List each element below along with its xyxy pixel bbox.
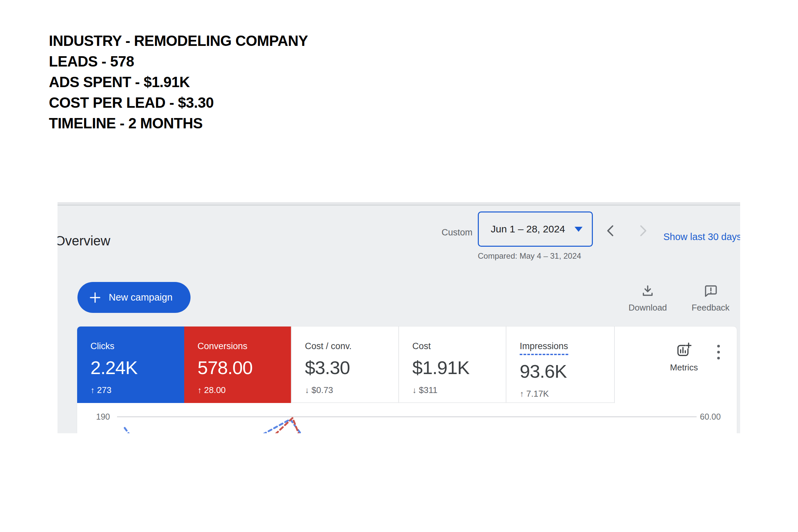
case-study-notes: INDUSTRY - REMODELING COMPANY LEADS - 57… [49,31,308,134]
plus-icon [89,291,101,304]
scorecard-delta: ↑ 28.00 [197,385,291,395]
note-industry: INDUSTRY - REMODELING COMPANY [49,31,308,51]
scorecard-label: Cost / conv. [305,341,398,352]
date-range-value: Jun 1 – 28, 2024 [491,224,565,235]
previous-period-button[interactable] [604,224,618,238]
page-title: Overview [58,233,110,248]
ads-overview-panel: Overview Custom Jun 1 – 28, 2024 Show la… [58,202,740,433]
add-metrics-chart-icon [676,342,691,357]
arrow-down-icon: ↓ [305,385,309,395]
download-label: Download [621,303,674,313]
kebab-menu-icon [717,345,720,347]
scorecard-label: Conversions [197,341,291,352]
scorecard-label: Impressions [520,341,568,355]
scorecard-delta: ↓ $0.73 [305,385,398,395]
scorecard-cost-per-conv[interactable]: Cost / conv. $3.30 ↓ $0.73 [291,326,398,403]
scorecard-value: 578.00 [197,357,291,378]
scorecard-impressions[interactable]: Impressions 93.6K ↑ 7.17K [506,326,614,403]
scorecard-label: Clicks [91,341,184,352]
scorecard-delta-value: 28.00 [204,385,226,395]
new-campaign-button[interactable]: New campaign [77,282,191,313]
panel-top-border [58,202,740,206]
scorecard-delta-value: $311 [419,385,438,395]
scorecard-value: 2.24K [91,357,184,378]
scorecard-value: 93.6K [520,360,614,382]
next-period-button[interactable] [635,224,650,238]
scorecard-delta: ↓ $311 [412,385,506,395]
metrics-label: Metrics [654,362,714,373]
scorecard-delta-value: 7.17K [526,389,549,399]
scorecard-label: Cost [412,341,506,352]
date-mode-label: Custom [423,227,473,238]
note-cost-per-lead: COST PER LEAD - $3.30 [49,92,308,113]
scorecard-clicks[interactable]: Clicks 2.24K ↑ 273 [77,326,184,403]
note-leads: LEADS - 578 [49,51,308,72]
scorecard-conversions[interactable]: Conversions 578.00 ↑ 28.00 [184,326,291,403]
compared-range-text: Compared: May 4 – 31, 2024 [478,251,581,261]
chart-left-axis-tick: 190 [96,412,110,422]
chevron-down-icon [574,227,583,232]
new-campaign-label: New campaign [109,292,173,303]
arrow-down-icon: ↓ [412,385,417,395]
scorecard-delta: ↑ 273 [91,385,184,395]
note-timeline: TIMELINE - 2 MONTHS [49,113,308,134]
scorecard-delta-value: 273 [97,385,111,395]
feedback-button[interactable]: Feedback [684,284,737,313]
date-range-picker[interactable]: Jun 1 – 28, 2024 [478,211,593,247]
download-icon [641,284,655,298]
arrow-up-icon: ↑ [520,389,524,398]
feedback-label: Feedback [684,303,737,313]
chart-right-axis-tick: 60.00 [700,412,721,422]
feedback-icon [704,284,718,298]
more-options-button[interactable] [716,344,721,361]
scorecard-value: $3.30 [305,357,398,378]
chevron-right-icon [641,226,646,236]
download-button[interactable]: Download [621,284,674,313]
scorecard-delta-value: $0.73 [311,385,333,395]
scorecard-value: $1.91K [412,357,506,378]
chevron-left-icon [608,226,612,236]
chart-gridline [117,416,697,417]
scorecard-cost[interactable]: Cost $1.91K ↓ $311 [398,326,506,403]
note-ads-spent: ADS SPENT - $1.91K [49,72,308,92]
show-last-30-days-link[interactable]: Show last 30 days [663,231,740,242]
scorecard-row: Clicks 2.24K ↑ 273 Conversions 578.00 ↑ … [77,326,737,403]
scorecard-delta: ↑ 7.17K [520,389,614,399]
metrics-section: Metrics [614,326,737,403]
metrics-button[interactable]: Metrics [654,342,714,373]
arrow-up-icon: ↑ [197,385,202,395]
arrow-up-icon: ↑ [91,385,95,395]
